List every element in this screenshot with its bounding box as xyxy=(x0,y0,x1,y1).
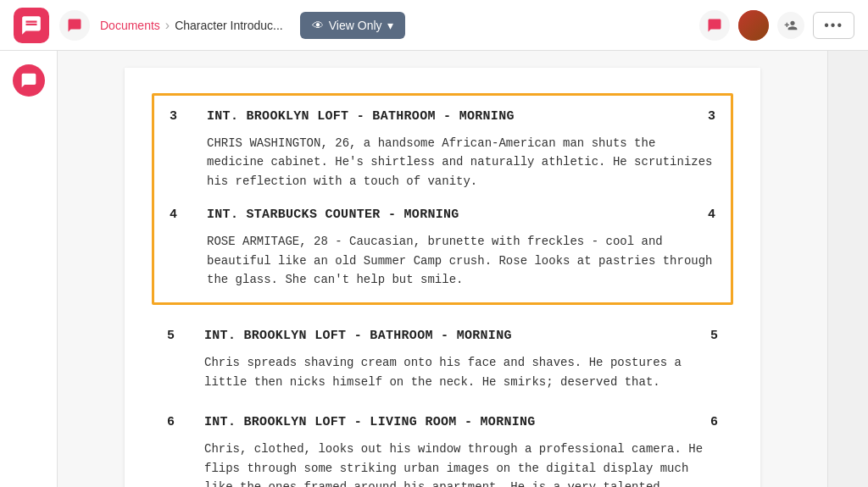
sidebar-comment-icon xyxy=(20,72,37,89)
breadcrumb-current: Character Introduc... xyxy=(175,19,283,32)
left-sidebar xyxy=(0,51,58,487)
scene-6-header: 6 INT. BROOKLYN LOFT - LIVING ROOM - MOR… xyxy=(167,415,718,429)
avatar-image xyxy=(738,10,769,41)
user-avatar[interactable] xyxy=(738,10,769,41)
scene-3-block: 3 INT. BROOKLYN LOFT - BATHROOM - MORNIN… xyxy=(170,109,715,191)
scene-6-title: INT. BROOKLYN LOFT - LIVING ROOM - MORNI… xyxy=(204,415,536,429)
eye-icon: 👁 xyxy=(312,19,324,32)
highlighted-block: 3 INT. BROOKLYN LOFT - BATHROOM - MORNIN… xyxy=(152,93,733,305)
main-area: 3 INT. BROOKLYN LOFT - BATHROOM - MORNIN… xyxy=(0,51,868,487)
right-panel xyxy=(827,51,868,487)
scene-4-action: ROSE ARMITAGE, 28 - Caucasian, brunette … xyxy=(207,232,715,289)
comment-icon xyxy=(67,18,82,33)
scene-6-action: Chris, clothed, looks out his window thr… xyxy=(204,440,718,487)
view-only-button[interactable]: 👁 View Only ▾ xyxy=(300,12,405,39)
topbar: Documents › Character Introduc... 👁 View… xyxy=(0,0,868,51)
scene-6-number-right: 6 xyxy=(710,415,718,429)
topbar-right-section: ••• xyxy=(699,10,854,41)
scene-3-number-right: 3 xyxy=(708,109,715,124)
view-only-label: View Only xyxy=(329,19,382,32)
scene-4-header: 4 INT. STARBUCKS COUNTER - MORNING 4 xyxy=(170,208,715,222)
topbar-comment-button[interactable] xyxy=(699,10,730,41)
scene-4-header-left: 4 INT. STARBUCKS COUNTER - MORNING xyxy=(170,208,459,222)
scene-3-header-left: 3 INT. BROOKLYN LOFT - BATHROOM - MORNIN… xyxy=(170,109,515,124)
breadcrumb-separator: › xyxy=(165,18,170,33)
scene-4-block: 4 INT. STARBUCKS COUNTER - MORNING 4 ROS… xyxy=(170,208,715,289)
scene-5-number-right: 5 xyxy=(710,329,718,343)
scene-5-header: 5 INT. BROOKLYN LOFT - BATHROOM - MORNIN… xyxy=(167,329,718,343)
scene-4-number: 4 xyxy=(170,208,186,222)
user-add-icon xyxy=(784,19,798,32)
scene-4-title: INT. STARBUCKS COUNTER - MORNING xyxy=(207,208,459,222)
scene-5-title: INT. BROOKLYN LOFT - BATHROOM - MORNING xyxy=(204,329,512,343)
chevron-down-icon: ▾ xyxy=(387,19,393,32)
more-options-button[interactable]: ••• xyxy=(813,12,854,39)
scene-6-number: 6 xyxy=(167,415,184,429)
scene-6-block: 6 INT. BROOKLYN LOFT - LIVING ROOM - MOR… xyxy=(167,415,718,487)
breadcrumb: Documents › Character Introduc... xyxy=(100,18,283,33)
scene-3-number: 3 xyxy=(170,109,186,124)
script-area[interactable]: 3 INT. BROOKLYN LOFT - BATHROOM - MORNIN… xyxy=(58,51,827,487)
logo-button[interactable] xyxy=(14,8,49,43)
script-page: 3 INT. BROOKLYN LOFT - BATHROOM - MORNIN… xyxy=(125,68,760,487)
scene-4-number-right: 4 xyxy=(708,208,715,222)
sidebar-comment-button[interactable] xyxy=(13,64,45,97)
scene-6-header-left: 6 INT. BROOKLYN LOFT - LIVING ROOM - MOR… xyxy=(167,415,536,429)
breadcrumb-parent[interactable]: Documents xyxy=(100,19,160,32)
comment-button[interactable] xyxy=(59,10,90,41)
scene-5-header-left: 5 INT. BROOKLYN LOFT - BATHROOM - MORNIN… xyxy=(167,329,512,343)
logo-icon xyxy=(20,14,42,36)
topbar-comment-icon xyxy=(707,18,722,33)
scene-3-title: INT. BROOKLYN LOFT - BATHROOM - MORNING xyxy=(207,109,515,124)
scene-5-number: 5 xyxy=(167,329,184,343)
scene-5-action: Chris spreads shaving cream onto his fac… xyxy=(204,353,718,391)
scene-5-block: 5 INT. BROOKLYN LOFT - BATHROOM - MORNIN… xyxy=(167,329,718,391)
scene-3-action: CHRIS WASHINGTON, 26, a handsome African… xyxy=(207,134,715,191)
add-user-button[interactable] xyxy=(777,12,804,39)
scene-3-header: 3 INT. BROOKLYN LOFT - BATHROOM - MORNIN… xyxy=(170,109,715,124)
